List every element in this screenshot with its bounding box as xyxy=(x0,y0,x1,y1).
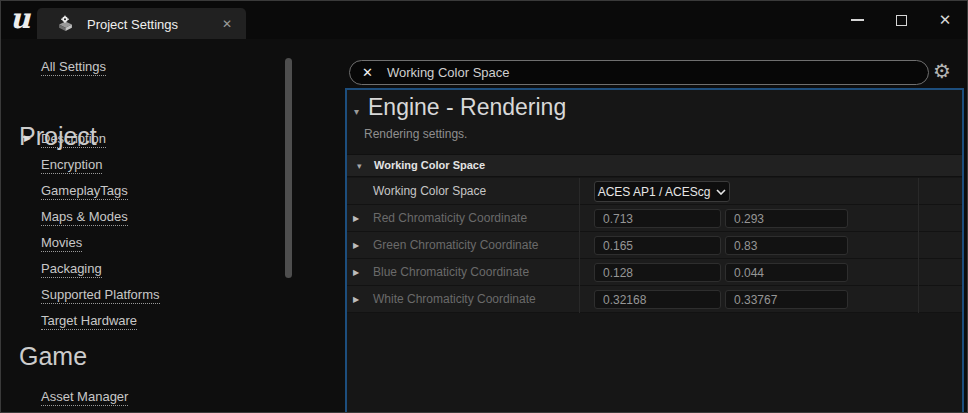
working-color-space-row: Working Color Space ACES AP1 / ACEScg xyxy=(347,178,962,205)
window-controls: ✕ xyxy=(835,1,967,39)
white-y-input[interactable] xyxy=(725,290,848,309)
column-divider[interactable] xyxy=(579,178,580,313)
sidebar-item-movies[interactable]: Movies xyxy=(41,235,82,252)
minimize-button[interactable] xyxy=(835,1,879,39)
maximize-button[interactable] xyxy=(879,1,923,39)
sidebar-item-all-settings[interactable]: All Settings xyxy=(41,59,106,76)
dropdown-value: ACES AP1 / ACEScg xyxy=(598,185,711,199)
white-chromaticity-row: ▶ White Chromaticity Coordinate xyxy=(347,286,962,313)
sidebar-scrollbar[interactable] xyxy=(285,58,292,278)
category-header[interactable]: ▾ Working Color Space xyxy=(347,154,962,177)
row-label: Working Color Space xyxy=(373,178,486,204)
sidebar-item-supported-platforms[interactable]: Supported Platforms xyxy=(41,287,160,304)
expander-arrow-icon[interactable]: ▶ xyxy=(353,295,359,304)
clear-search-icon[interactable]: ✕ xyxy=(362,65,373,80)
project-settings-window: u Project Settings ✕ ✕ All Settings xyxy=(0,0,968,413)
blue-chromaticity-row: ▶ Blue Chromaticity Coordinate xyxy=(347,259,962,286)
search-input[interactable]: ✕ Working Color Space xyxy=(349,60,929,85)
red-chromaticity-row: ▶ Red Chromaticity Coordinate xyxy=(347,205,962,232)
settings-sidebar: All Settings Project ▶ Description Encry… xyxy=(1,39,311,412)
expander-arrow-icon[interactable]: ▶ xyxy=(353,268,359,277)
green-x-input[interactable] xyxy=(594,236,721,255)
tab-title: Project Settings xyxy=(87,17,178,32)
section-collapse-icon[interactable]: ▾ xyxy=(354,106,359,117)
sidebar-item-asset-manager[interactable]: Asset Manager xyxy=(41,389,128,406)
expander-arrow-icon[interactable]: ▶ xyxy=(353,214,359,223)
settings-rows: Working Color Space ACES AP1 / ACEScg ▶ … xyxy=(347,178,962,313)
sidebar-item-description[interactable]: Description xyxy=(41,131,106,148)
category-collapse-icon[interactable]: ▾ xyxy=(357,161,362,171)
red-y-input[interactable] xyxy=(725,209,848,228)
white-x-input[interactable] xyxy=(594,290,721,309)
blue-y-input[interactable] xyxy=(725,263,848,282)
expander-arrow-icon[interactable]: ▶ xyxy=(353,241,359,250)
sidebar-item-encryption[interactable]: Encryption xyxy=(41,157,102,174)
unreal-logo-icon: u xyxy=(10,2,30,35)
title-bar[interactable]: u Project Settings ✕ ✕ xyxy=(1,1,967,39)
sidebar-item-maps-modes[interactable]: Maps & Modes xyxy=(41,209,128,226)
close-button[interactable]: ✕ xyxy=(923,1,967,39)
selected-item-arrow-icon: ▶ xyxy=(24,133,31,143)
engine-rendering-panel: ▾ Engine - Rendering Rendering settings.… xyxy=(345,88,964,413)
settings-gear-icon[interactable]: ⚙ xyxy=(933,59,951,83)
sidebar-section-game: Game xyxy=(19,342,87,371)
green-y-input[interactable] xyxy=(725,236,848,255)
category-label: Working Color Space xyxy=(374,159,485,171)
minimize-icon xyxy=(851,19,864,21)
chevron-down-icon xyxy=(716,189,726,195)
sidebar-item-target-hardware[interactable]: Target Hardware xyxy=(41,313,137,330)
section-subtitle: Rendering settings. xyxy=(364,127,467,141)
tab-project-settings[interactable]: Project Settings ✕ xyxy=(37,8,246,39)
sidebar-item-packaging[interactable]: Packaging xyxy=(41,261,102,278)
close-icon: ✕ xyxy=(939,13,952,28)
maximize-icon xyxy=(896,15,907,26)
row-label: Blue Chromaticity Coordinate xyxy=(373,259,529,285)
row-label: Green Chromaticity Coordinate xyxy=(373,232,538,258)
green-chromaticity-row: ▶ Green Chromaticity Coordinate xyxy=(347,232,962,259)
blue-x-input[interactable] xyxy=(594,263,721,282)
row-label: White Chromaticity Coordinate xyxy=(373,286,536,312)
color-space-dropdown[interactable]: ACES AP1 / ACEScg xyxy=(594,181,730,202)
row-label: Red Chromaticity Coordinate xyxy=(373,205,527,231)
column-divider[interactable] xyxy=(918,178,919,313)
project-settings-icon xyxy=(57,15,74,32)
sidebar-item-gameplaytags[interactable]: GameplayTags xyxy=(41,183,128,200)
search-value: Working Color Space xyxy=(387,65,510,80)
tab-close-icon[interactable]: ✕ xyxy=(222,17,232,31)
red-x-input[interactable] xyxy=(594,209,721,228)
section-title: Engine - Rendering xyxy=(368,94,566,121)
